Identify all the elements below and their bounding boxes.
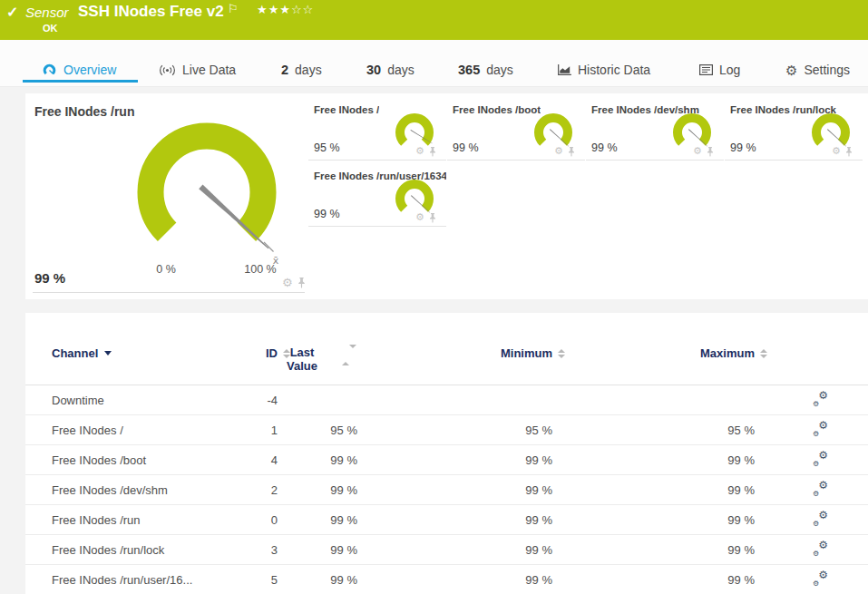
last-value-cell: 95 % xyxy=(278,424,357,437)
minimum-cell: 99 % xyxy=(357,543,552,557)
tab-number: 30 xyxy=(366,63,381,77)
tab-365-days[interactable]: 365 days xyxy=(458,60,513,80)
tab-log[interactable]: Log xyxy=(699,60,740,80)
log-list-icon xyxy=(699,64,713,75)
gauge-settings-icon[interactable]: ⚙ xyxy=(693,145,702,157)
tab-number: 365 xyxy=(458,63,480,77)
tab-bar: Overview Live Data 2 days 30 days 365 da… xyxy=(0,40,868,87)
id-cell: 1 xyxy=(226,424,278,437)
id-cell: 5 xyxy=(226,573,278,587)
column-header-maximum[interactable]: Maximum xyxy=(552,346,755,385)
column-header-channel[interactable]: Channel xyxy=(52,346,226,385)
gauge-pin-icon[interactable] xyxy=(845,147,853,157)
gauge-pin-icon[interactable] xyxy=(429,213,436,223)
priority-flag-icon[interactable]: ⚐ xyxy=(228,2,239,15)
channel-cell: Free INodes /dev/shm xyxy=(52,483,226,497)
channel-cell: Free INodes /run xyxy=(52,513,226,527)
table-row: Downtime -4 ⚙⚙ xyxy=(25,385,868,415)
column-header-minimum[interactable]: Minimum xyxy=(357,346,552,385)
tab-2-days[interactable]: 2 days xyxy=(281,60,322,80)
id-cell: 3 xyxy=(226,543,278,557)
gauge-settings-icon[interactable]: ⚙ xyxy=(415,211,424,223)
tab-label: Historic Data xyxy=(578,63,650,77)
tab-30-days[interactable]: 30 days xyxy=(366,60,414,80)
maximum-cell: 99 % xyxy=(552,483,755,497)
minimum-cell: 99 % xyxy=(357,573,552,587)
column-label: Channel xyxy=(52,346,98,360)
column-label: Last Value xyxy=(281,346,323,374)
sensor-title: SSH INodes Free v2 xyxy=(78,3,224,21)
edit-channel-gears-icon[interactable]: ⚙⚙ xyxy=(813,512,828,527)
gauge-min-label: 0 % xyxy=(156,263,176,276)
tab-overview[interactable]: Overview xyxy=(42,60,116,80)
gauge-settings-icon[interactable]: ⚙ xyxy=(415,145,424,157)
gauge-arc xyxy=(400,184,429,209)
column-header-id[interactable]: ID xyxy=(226,346,278,385)
channel-gauge-tile: Free INodes /run/user/16342... 99 % ⚙ xyxy=(308,164,446,227)
channel-cell: Downtime xyxy=(52,394,226,407)
broadcast-icon xyxy=(159,64,176,76)
table-row: Free INodes /run/lock 3 99 % 99 % 99 % ⚙… xyxy=(25,535,868,565)
gauge-pin-icon[interactable] xyxy=(297,278,306,288)
tab-label: days xyxy=(387,63,414,77)
minimum-cell: 99 % xyxy=(357,453,552,467)
area-chart-icon xyxy=(557,64,571,75)
tab-live-data[interactable]: Live Data xyxy=(159,60,236,80)
column-header-last-value[interactable]: Last Value xyxy=(278,346,357,385)
gauge-pin-icon[interactable] xyxy=(429,147,436,157)
edit-channel-gears-icon[interactable]: ⚙⚙ xyxy=(813,542,828,557)
tab-label: days xyxy=(486,63,513,77)
edit-channel-gears-icon[interactable]: ⚙⚙ xyxy=(813,423,828,437)
gauge-divider xyxy=(33,292,305,293)
maximum-cell: 99 % xyxy=(552,543,755,557)
channel-gauge-tile: Free INodes /boot 99 % ⚙ xyxy=(447,98,585,161)
channel-cell: Free INodes /boot xyxy=(52,453,226,467)
edit-channel-gears-icon[interactable]: ⚙⚙ xyxy=(813,453,828,467)
tab-settings[interactable]: ⚙ Settings xyxy=(785,60,850,80)
table-row: Free INodes /run 0 99 % 99 % 99 % ⚙⚙ xyxy=(25,505,868,535)
table-row: Free INodes /boot 4 99 % 99 % 99 % ⚙⚙ xyxy=(25,445,868,475)
id-cell: 4 xyxy=(226,453,278,467)
channel-gauge-title: Free INodes / xyxy=(314,104,379,115)
gauge-arc xyxy=(151,136,263,232)
gear-icon: ⚙ xyxy=(785,63,797,77)
prtg-sensor-page: ✓ Sensor SSH INodes Free v2 ⚐ ★★★☆☆ OK O… xyxy=(0,0,868,594)
status-ok-check-icon: ✓ xyxy=(6,4,18,21)
maximum-cell: 99 % xyxy=(552,573,755,587)
edit-channel-gears-icon[interactable]: ⚙⚙ xyxy=(813,572,828,587)
tab-label: days xyxy=(295,63,322,77)
gauge-pin-icon[interactable] xyxy=(707,147,714,157)
gauge-arc xyxy=(400,118,429,142)
channel-gauge xyxy=(389,175,440,215)
tab-label: Live Data xyxy=(182,63,236,77)
last-value-cell: 99 % xyxy=(278,513,357,527)
last-value-cell: 99 % xyxy=(278,543,357,557)
edit-channel-gears-icon[interactable]: ⚙⚙ xyxy=(813,482,828,497)
channel-gauge-value: 99 % xyxy=(730,141,756,154)
channel-gauge xyxy=(805,109,856,149)
maximum-cell: 99 % xyxy=(552,453,755,467)
gauge-settings-icon[interactable]: ⚙ xyxy=(282,276,293,289)
maximum-cell: 99 % xyxy=(552,513,755,527)
active-tab-underline xyxy=(23,80,138,83)
sensor-kind-label: Sensor xyxy=(25,5,69,20)
gauge-settings-icon[interactable]: ⚙ xyxy=(554,145,563,157)
gauge-pin-icon[interactable] xyxy=(568,147,575,157)
edit-channel-gears-icon[interactable]: ⚙⚙ xyxy=(813,393,828,407)
channel-gauge xyxy=(667,109,717,149)
gauge-icon xyxy=(42,63,57,77)
sort-descending-icon xyxy=(104,351,112,355)
channel-gauge-value: 95 % xyxy=(314,141,340,154)
last-value-cell: 99 % xyxy=(278,453,357,467)
tab-number: 2 xyxy=(281,63,288,77)
status-badge: OK xyxy=(43,23,58,34)
last-value-cell: 99 % xyxy=(278,483,357,497)
gauge-arc xyxy=(539,118,568,142)
table-row: Free INodes /run/user/16... 5 99 % 99 % … xyxy=(25,565,868,594)
primary-gauge: x̄ 0 % 100 % xyxy=(112,106,302,278)
tab-historic-data[interactable]: Historic Data xyxy=(557,60,650,80)
priority-stars-rating[interactable]: ★★★☆☆ xyxy=(257,3,314,16)
gauge-settings-icon[interactable]: ⚙ xyxy=(832,145,841,157)
gauge-max-label: 100 % xyxy=(244,263,276,276)
tab-label: Settings xyxy=(804,63,850,77)
